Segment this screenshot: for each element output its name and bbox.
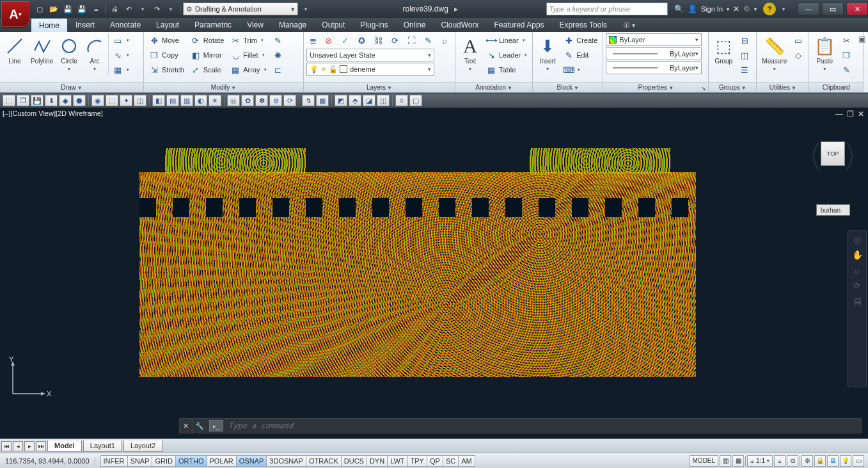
edit-block-button[interactable]: ✎Edit — [561, 48, 600, 62]
table-button[interactable]: ▦Table — [484, 63, 530, 77]
panel-title-properties[interactable]: Properties▼↘ — [603, 82, 708, 92]
quickview-drawings-icon[interactable]: ▦ — [732, 455, 744, 467]
cloudworx-tool-3[interactable]: ⬇ — [45, 95, 58, 106]
circle-button[interactable]: Circle▼ — [57, 33, 81, 74]
tab-view[interactable]: View — [239, 18, 271, 32]
tab-home[interactable]: Home — [31, 18, 68, 32]
stayconnected-icon[interactable]: ♲ — [743, 4, 750, 13]
close-button[interactable]: ✕ — [846, 3, 868, 15]
status-toggle-3dosnap[interactable]: 3DOSNAP — [266, 455, 306, 467]
tab-insert[interactable]: Insert — [68, 18, 102, 32]
text-button[interactable]: A Text▼ — [458, 33, 482, 74]
cloudworx-tool-16[interactable]: ✿ — [241, 95, 254, 106]
workspace-switch-icon[interactable]: ⚙ — [801, 455, 813, 467]
status-toggle-snap[interactable]: SNAP — [127, 455, 153, 467]
chevron-down-icon[interactable]: ▾ — [727, 6, 729, 12]
copy-clip-button[interactable]: ❐ — [839, 48, 854, 62]
hatch-button[interactable]: ▦▾ — [110, 63, 132, 77]
maximize-button[interactable]: ▭ — [822, 3, 844, 15]
viewcube-face[interactable]: TOP — [821, 141, 845, 166]
status-toggle-otrack[interactable]: OTRACK — [306, 455, 342, 467]
toolbar-lock-icon[interactable]: 🔒 — [814, 455, 826, 467]
zoom-extents-icon[interactable]: ⌕ — [855, 265, 860, 275]
layout-tab-layout2[interactable]: Layout2 — [123, 440, 162, 452]
cloudworx-tool-26[interactable]: ◊ — [395, 95, 408, 106]
sign-in-button[interactable]: Sign In — [701, 5, 723, 13]
cloudworx-tool-10[interactable]: ◧ — [152, 95, 165, 106]
scale-button[interactable]: ⤢Scale — [188, 63, 226, 77]
application-menu-button[interactable]: A▾ — [1, 1, 29, 27]
commandline-close-button[interactable]: ✕ — [180, 419, 193, 433]
tab-cloudworx[interactable]: CloudWorx — [433, 18, 486, 32]
edit-attr-button[interactable]: ⌨▾ — [561, 63, 600, 77]
mirror-button[interactable]: ◧Mirror — [188, 48, 226, 62]
array-button[interactable]: ▦Array▾ — [228, 63, 269, 77]
selectall-button[interactable]: ◇ — [791, 48, 806, 62]
explode-button[interactable]: ✺ — [271, 48, 286, 62]
layer-tool2[interactable]: ✓ — [337, 33, 352, 47]
layer-tool6[interactable]: ⛶ — [404, 33, 419, 47]
current-layer-combo[interactable]: 💡 ☀ 🔓 deneme ▾ — [306, 63, 434, 76]
tab-layout[interactable]: Layout — [148, 18, 187, 32]
layout-nav-next[interactable]: ▸ — [24, 441, 35, 451]
qat-plot-icon[interactable]: 🖨 — [108, 3, 121, 15]
layer-tool4[interactable]: ⛓ — [370, 33, 386, 47]
filename-recent-dropdown-icon[interactable]: ▸ — [454, 4, 458, 13]
group-button[interactable]: ⬚ Group — [711, 33, 736, 66]
hardware-accel-icon[interactable]: 🖥 — [827, 455, 839, 467]
status-toggle-polar[interactable]: POLAR — [207, 455, 237, 467]
tab-online[interactable]: Online — [396, 18, 434, 32]
fillet-button[interactable]: ◡Fillet▾ — [228, 48, 269, 62]
cloudworx-tool-18[interactable]: ⊕ — [269, 95, 282, 106]
copy-button[interactable]: ❐Copy — [146, 48, 187, 62]
leader-button[interactable]: ↘Leader▾ — [484, 48, 530, 62]
command-input[interactable] — [226, 421, 861, 430]
panel-title-utilities[interactable]: Utilities▼ — [757, 82, 809, 92]
pan-icon[interactable]: ✋ — [852, 250, 863, 260]
erase-button[interactable]: ✎ — [271, 33, 286, 47]
quickview-layouts-icon[interactable]: ▥ — [720, 455, 731, 467]
cloudworx-tool-25[interactable]: ◫ — [377, 95, 390, 106]
view-cube[interactable]: TOP — [817, 140, 849, 172]
tab-express-tools[interactable]: Express Tools — [552, 18, 615, 32]
status-toggle-am[interactable]: AM — [458, 455, 475, 467]
qat-cloud-icon[interactable]: ☁ — [90, 3, 102, 15]
trim-button[interactable]: ✂Trim▾ — [228, 33, 269, 47]
tab-parametric[interactable]: Parametric — [187, 18, 239, 32]
cut-button[interactable]: ✂ — [839, 33, 854, 47]
line-button[interactable]: Line — [3, 33, 27, 66]
status-toggle-osnap[interactable]: OSNAP — [236, 455, 267, 467]
drawing-viewport[interactable]: [–][Custom View][2D Wireframe] — ❐ ✕ TOP… — [0, 108, 868, 439]
cloudworx-tool-8[interactable]: ✦ — [120, 95, 132, 106]
cloudworx-tool-19[interactable]: ⟳ — [283, 95, 296, 106]
offset-button[interactable]: ⊏ — [271, 63, 286, 77]
insert-block-button[interactable]: ⬇ Insert▼ — [535, 33, 560, 74]
cloudworx-tool-12[interactable]: ▥ — [180, 95, 193, 106]
panel-title-draw[interactable]: Draw▼ — [0, 82, 143, 92]
status-toggle-sc[interactable]: SC — [443, 455, 459, 467]
status-toggle-ducs[interactable]: DUCS — [341, 455, 367, 467]
tab-manage[interactable]: Manage — [271, 18, 314, 32]
cloudworx-tool-22[interactable]: ◩ — [335, 95, 347, 106]
cloudworx-tool-17[interactable]: ✽ — [255, 95, 268, 106]
qat-redo-dropdown-icon[interactable]: ▾ — [164, 3, 177, 15]
help-button[interactable]: ? — [763, 3, 776, 15]
viewport-minimize-button[interactable]: — — [835, 109, 843, 118]
polyline-button[interactable]: Polyline — [28, 33, 56, 66]
linetype-combo[interactable]: ByLayer ▾ — [606, 47, 702, 60]
tab-plug-ins[interactable]: Plug-ins — [352, 18, 395, 32]
status-toggle-qp[interactable]: QP — [427, 455, 443, 467]
panel-title-groups[interactable]: Groups▼ — [709, 82, 756, 92]
cloudworx-tool-27[interactable]: ▢ — [409, 95, 422, 106]
cloudworx-tool-20[interactable]: ↯ — [302, 95, 315, 106]
layer-properties-button[interactable]: ≣ — [306, 33, 319, 47]
cloudworx-tool-5[interactable]: ⬣ — [73, 95, 86, 106]
viewport-close-button[interactable]: ✕ — [858, 109, 864, 118]
move-button[interactable]: ✥Move — [146, 33, 187, 47]
cloudworx-tool-6[interactable]: ◉ — [91, 95, 104, 106]
matchprop-button[interactable]: ✎ — [839, 63, 854, 77]
chevron-down-icon[interactable]: ▾ — [782, 6, 785, 12]
layer-tool3[interactable]: ✪ — [354, 33, 369, 47]
arc-button[interactable]: Arc▼ — [83, 33, 107, 74]
qat-customize-icon[interactable]: ▾ — [299, 3, 312, 15]
